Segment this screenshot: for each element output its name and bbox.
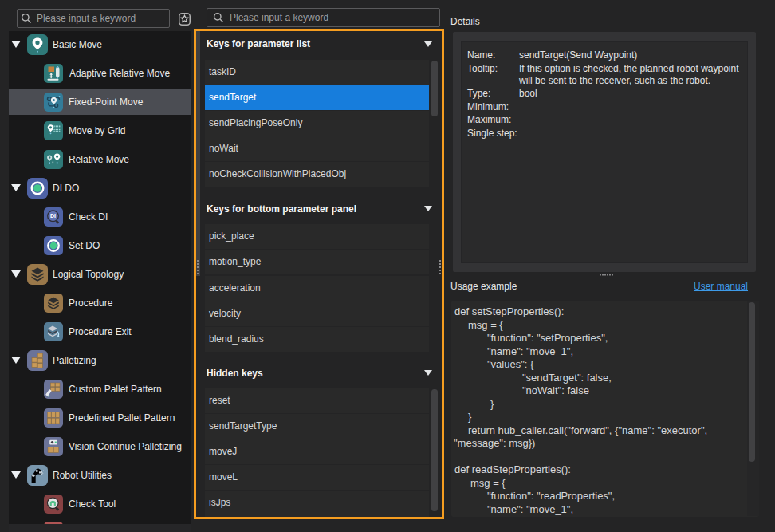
svg-text:DI: DI xyxy=(50,213,56,219)
